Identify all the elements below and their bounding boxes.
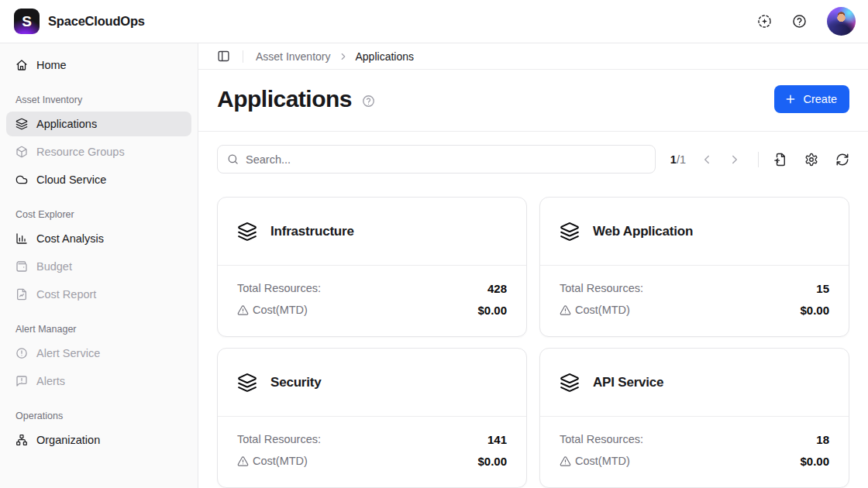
card-body: Total Resources: 18 Cost(MTD) $0.00 (540, 417, 849, 487)
cost-label: Cost(MTD) (560, 304, 630, 316)
warning-triangle-icon (237, 304, 249, 316)
card-title: API Service (593, 375, 663, 390)
card-body: Total Resources: 428 Cost(MTD) $0.00 (218, 266, 526, 336)
total-resources-value: 15 (816, 282, 829, 295)
card-header[interactable]: Security (218, 349, 526, 417)
warning-triangle-icon (237, 455, 249, 467)
divider (758, 152, 759, 167)
help-icon[interactable] (792, 14, 807, 29)
total-resources-row: Total Resources: 428 (237, 277, 507, 299)
layers-icon (237, 373, 257, 393)
cost-row: Cost(MTD) $0.00 (237, 299, 507, 321)
total-resources-label: Total Resources: (237, 282, 321, 294)
sidebar-item-cost-analysis[interactable]: Cost Analysis (6, 226, 191, 251)
sidebar-item-label: Cost Analysis (36, 232, 104, 245)
app-logo-letter: S (22, 14, 32, 29)
breadcrumb-parent[interactable]: Asset Inventory (256, 50, 331, 63)
cost-value: $0.00 (477, 304, 507, 317)
layers-icon (560, 222, 580, 242)
sidebar-item-cost-report[interactable]: Cost Report (6, 282, 191, 307)
sidebar-section-operations: Operations (6, 411, 191, 421)
total-resources-label: Total Resources: (560, 282, 643, 294)
sidebar-item-resource-groups[interactable]: Resource Groups (6, 139, 191, 164)
home-icon (16, 59, 28, 71)
card-header[interactable]: Web Application (540, 198, 849, 266)
gear-icon[interactable] (804, 153, 818, 167)
main-content: Asset Inventory Applications Application… (198, 43, 868, 488)
cost-row: Cost(MTD) $0.00 (560, 299, 829, 321)
file-chart-icon (16, 288, 28, 301)
card-body: Total Resources: 15 Cost(MTD) $0.00 (540, 266, 849, 336)
sidebar-toggle-icon[interactable] (217, 50, 230, 63)
application-card-security: Security Total Resources: 141 Cost(MTD) … (217, 348, 527, 488)
sidebar-item-alerts[interactable]: Alerts (6, 369, 191, 393)
toolbar: 1/1 (217, 145, 849, 174)
total-resources-row: Total Resources: 18 (560, 428, 829, 450)
layers-icon (16, 118, 28, 130)
sidebar-item-organization[interactable]: Organization (6, 428, 191, 452)
cost-value: $0.00 (800, 304, 829, 317)
sidebar-item-home[interactable]: Home (6, 53, 191, 77)
prev-page-icon[interactable] (700, 153, 714, 167)
sidebar-item-applications[interactable]: Applications (6, 112, 191, 136)
chevron-right-icon (338, 51, 349, 62)
message-alert-icon (16, 375, 28, 387)
sidebar: Home Asset Inventory Applications Resour… (0, 43, 198, 488)
total-resources-label: Total Resources: (560, 433, 643, 445)
layers-icon (237, 222, 257, 242)
cost-label: Cost(MTD) (237, 304, 308, 316)
cloud-icon (16, 174, 28, 186)
application-card-api-service: API Service Total Resources: 18 Cost(MTD… (539, 348, 849, 488)
cost-label: Cost(MTD) (560, 455, 630, 467)
cost-row: Cost(MTD) $0.00 (560, 450, 829, 472)
refresh-icon[interactable] (835, 153, 849, 167)
sidebar-section-cost-explorer: Cost Explorer (6, 209, 191, 220)
total-resources-row: Total Resources: 141 (237, 428, 507, 450)
pagination-total: 1 (680, 153, 686, 166)
title-help-icon[interactable] (362, 95, 375, 108)
cost-label: Cost(MTD) (237, 455, 308, 467)
next-page-icon[interactable] (728, 153, 742, 167)
card-title: Infrastructure (270, 224, 354, 239)
chart-icon (16, 232, 28, 245)
sidebar-item-label: Resource Groups (36, 146, 125, 158)
search-input[interactable] (246, 153, 646, 166)
pagination-indicator: 1/1 (670, 153, 686, 166)
layers-icon (560, 373, 580, 393)
total-resources-label: Total Resources: (237, 433, 321, 445)
card-header[interactable]: API Service (540, 349, 849, 417)
warning-triangle-icon (560, 304, 571, 316)
pagination-current: 1 (670, 153, 677, 166)
cost-row: Cost(MTD) $0.00 (237, 450, 507, 472)
sidebar-item-alert-service[interactable]: Alert Service (6, 341, 191, 366)
sidebar-item-cloud-service[interactable]: Cloud Service (6, 167, 191, 192)
breadcrumb-current: Applications (356, 50, 415, 63)
alert-circle-icon (16, 347, 28, 359)
ai-sparkle-icon[interactable] (757, 14, 772, 29)
sidebar-item-label: Cost Report (36, 288, 96, 301)
application-card-infrastructure: Infrastructure Total Resources: 428 Cost… (217, 197, 527, 337)
page-title: Applications (217, 86, 352, 112)
divider (243, 50, 243, 63)
cost-value: $0.00 (800, 455, 829, 468)
sidebar-item-label: Alerts (36, 375, 65, 387)
application-card-web-application: Web Application Total Resources: 15 Cost… (539, 197, 849, 337)
total-resources-value: 18 (816, 433, 829, 446)
create-button[interactable]: Create (774, 85, 849, 113)
card-title: Web Application (593, 224, 693, 239)
sidebar-item-label: Home (36, 59, 67, 71)
sidebar-item-label: Alert Service (36, 347, 100, 359)
total-resources-value: 428 (487, 282, 507, 295)
sidebar-item-budget[interactable]: Budget (6, 254, 191, 279)
avatar[interactable] (827, 7, 856, 36)
top-header: S SpaceCloudOps (0, 0, 868, 43)
card-header[interactable]: Infrastructure (218, 198, 526, 266)
total-resources-value: 141 (487, 433, 507, 446)
sidebar-item-label: Applications (36, 118, 97, 130)
application-cards-grid: Infrastructure Total Resources: 428 Cost… (217, 197, 849, 488)
export-icon[interactable] (773, 153, 787, 167)
sidebar-item-label: Organization (36, 434, 100, 446)
plus-icon (784, 93, 797, 105)
sidebar-item-label: Cloud Service (36, 174, 106, 186)
sidebar-item-label: Budget (36, 260, 72, 273)
